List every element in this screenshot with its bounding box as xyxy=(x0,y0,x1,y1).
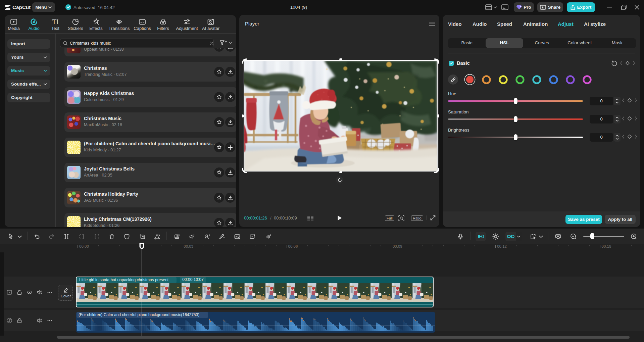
svg-text:TI: TI xyxy=(52,18,59,26)
